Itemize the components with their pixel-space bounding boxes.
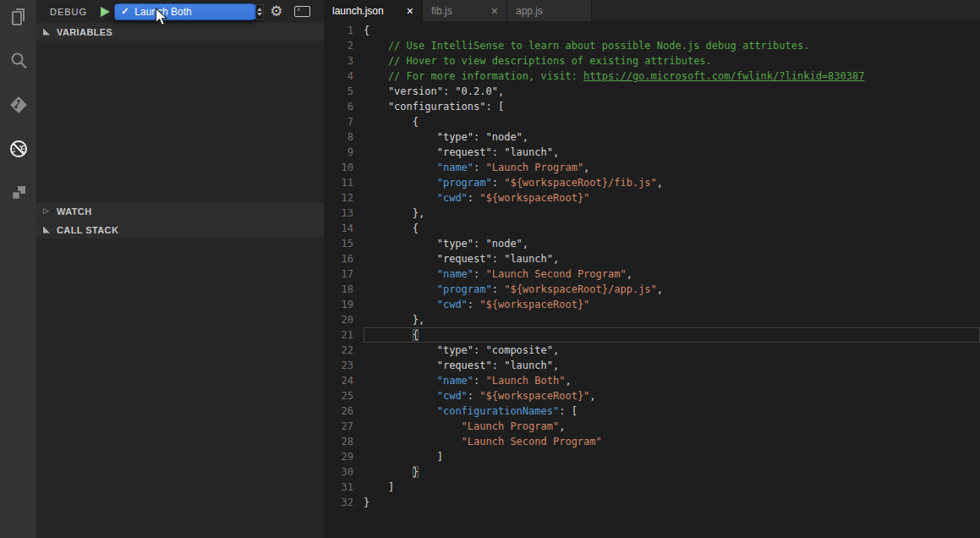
extensions-icon[interactable] <box>8 183 29 203</box>
debug-icon[interactable] <box>8 139 29 159</box>
code-line[interactable]: ] <box>364 480 980 495</box>
code-line[interactable]: "configurations": [ <box>364 99 980 114</box>
source-control-icon[interactable] <box>8 95 29 115</box>
line-number[interactable]: 8 <box>324 129 353 145</box>
code-line[interactable]: } <box>364 464 980 480</box>
code-line[interactable]: { <box>364 23 980 38</box>
code-line[interactable]: "request": "launch", <box>364 251 980 266</box>
code-line[interactable]: "request": "launch", <box>364 145 980 160</box>
explorer-icon[interactable] <box>8 7 29 27</box>
line-number[interactable]: 32 <box>324 495 353 510</box>
watch-section-header[interactable]: ▷ WATCH <box>36 202 324 220</box>
variables-section-label: VARIABLES <box>57 27 112 37</box>
code-line[interactable]: "version": "0.2.0", <box>364 84 980 99</box>
line-number[interactable]: 4 <box>324 69 353 84</box>
twistie-collapsed-icon: ▷ <box>43 207 50 215</box>
twistie-expanded-icon <box>43 227 50 233</box>
debug-config-dropdown[interactable]: ✓ Launch Both <box>114 3 255 20</box>
code-line[interactable]: "Launch Second Program" <box>364 434 980 449</box>
code-line[interactable]: "type": "node", <box>364 129 980 145</box>
line-number[interactable]: 1 <box>324 23 353 38</box>
code-line[interactable]: "name": "Launch Both", <box>364 373 980 388</box>
line-number[interactable]: 31 <box>324 480 353 495</box>
line-number[interactable]: 12 <box>324 190 353 206</box>
vscode-window: DEBUG ✓ Launch Both ⚙ › VARIABLES ▷ WATC… <box>0 0 980 538</box>
code-line[interactable]: // Use IntelliSense to learn about possi… <box>364 38 980 53</box>
line-number[interactable]: 19 <box>324 297 353 312</box>
line-number[interactable]: 18 <box>324 282 353 297</box>
code-line[interactable]: "name": "Launch Second Program", <box>364 266 980 282</box>
line-number[interactable]: 14 <box>324 221 353 236</box>
gutter[interactable]: 1234567891011121314151617181920212223242… <box>324 23 364 538</box>
code-line[interactable]: "cwd": "${workspaceRoot}", <box>364 388 980 404</box>
open-debug-console-icon[interactable]: › <box>294 6 310 17</box>
console-prompt-glyph: › <box>297 4 299 14</box>
code-line[interactable]: { <box>364 114 980 129</box>
code-line[interactable]: "request": "launch", <box>364 358 980 373</box>
debug-toolbar: DEBUG ✓ Launch Both ⚙ › <box>36 0 324 23</box>
debug-sidebar: DEBUG ✓ Launch Both ⚙ › VARIABLES ▷ WATC… <box>36 0 324 538</box>
callstack-section-header[interactable]: CALL STACK <box>36 221 324 239</box>
search-icon[interactable] <box>8 51 29 71</box>
close-icon[interactable]: × <box>407 5 413 17</box>
watch-section-label: WATCH <box>57 206 92 217</box>
stepper-up-icon <box>257 8 262 11</box>
code-line[interactable]: ] <box>364 449 980 464</box>
code-line[interactable]: "cwd": "${workspaceRoot}" <box>364 190 980 206</box>
debug-config-selected: Launch Both <box>134 6 191 18</box>
line-number[interactable]: 27 <box>324 419 353 434</box>
line-number[interactable]: 16 <box>324 251 353 266</box>
close-icon[interactable]: × <box>491 5 498 17</box>
variables-section-body <box>36 41 324 202</box>
configure-gear-icon[interactable]: ⚙ <box>270 4 282 19</box>
code-line[interactable]: "name": "Launch Program", <box>364 160 980 175</box>
code-line[interactable]: // For more information, visit: https://… <box>364 69 980 84</box>
line-number[interactable]: 23 <box>324 358 353 373</box>
line-number[interactable]: 30 <box>324 464 353 480</box>
line-number[interactable]: 29 <box>324 449 353 464</box>
line-number[interactable]: 13 <box>324 206 353 221</box>
stepper-down-icon <box>257 13 262 16</box>
code-line[interactable]: { <box>364 221 980 236</box>
tab-label: fib.js <box>431 5 452 17</box>
line-number[interactable]: 21 <box>324 327 353 343</box>
line-number[interactable]: 17 <box>324 266 353 282</box>
line-number[interactable]: 24 <box>324 373 353 388</box>
code-line[interactable]: { <box>364 327 980 343</box>
line-number[interactable]: 7 <box>324 114 353 129</box>
line-number[interactable]: 26 <box>324 404 353 419</box>
code-line[interactable]: }, <box>364 312 980 327</box>
code-line[interactable]: "program": "${workspaceRoot}/fib.js", <box>364 175 980 190</box>
code-line[interactable]: "configurationNames": [ <box>364 404 980 419</box>
line-number[interactable]: 15 <box>324 236 353 251</box>
debug-view-title: DEBUG <box>50 7 87 17</box>
variables-section-header[interactable]: VARIABLES <box>36 23 324 41</box>
line-number[interactable]: 25 <box>324 388 353 404</box>
line-number[interactable]: 20 <box>324 312 353 327</box>
line-number[interactable]: 5 <box>324 84 353 99</box>
code-editor[interactable]: 1234567891011121314151617181920212223242… <box>324 21 980 538</box>
check-icon: ✓ <box>121 6 129 17</box>
code-line[interactable]: "type": "node", <box>364 236 980 251</box>
code-line[interactable]: "cwd": "${workspaceRoot}" <box>364 297 980 312</box>
code-line[interactable]: } <box>364 495 980 510</box>
callstack-section-body <box>36 239 324 538</box>
line-number[interactable]: 2 <box>324 38 353 53</box>
code-line[interactable]: "type": "composite", <box>364 343 980 358</box>
line-number[interactable]: 22 <box>324 343 353 358</box>
line-number[interactable]: 9 <box>324 145 353 160</box>
tab-launch-json[interactable]: launch.json × <box>324 0 423 21</box>
code-line[interactable]: // Hover to view descriptions of existin… <box>364 53 980 69</box>
line-number[interactable]: 3 <box>324 53 353 69</box>
line-number[interactable]: 11 <box>324 175 353 190</box>
start-debug-button[interactable] <box>101 7 110 17</box>
tab-app-js[interactable]: app.js <box>507 0 592 21</box>
editor-group: launch.json × fib.js × app.js 1234567891… <box>324 0 980 538</box>
line-number[interactable]: 10 <box>324 160 353 175</box>
code-line[interactable]: }, <box>364 206 980 221</box>
code-line[interactable]: "Launch Program", <box>364 419 980 434</box>
line-number[interactable]: 6 <box>324 99 353 114</box>
code-line[interactable]: "program": "${workspaceRoot}/app.js", <box>364 282 980 297</box>
tab-fib-js[interactable]: fib.js × <box>423 0 507 21</box>
line-number[interactable]: 28 <box>324 434 353 449</box>
